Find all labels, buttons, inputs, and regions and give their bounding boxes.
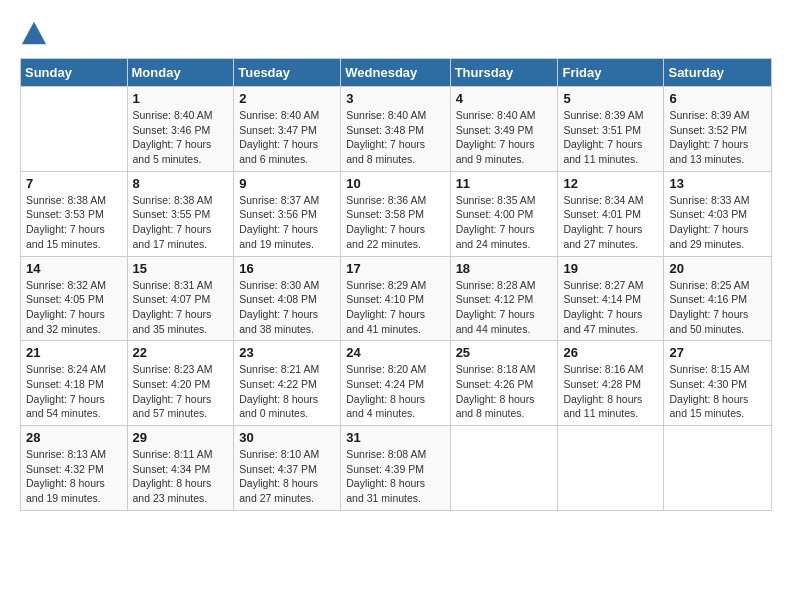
day-number: 21: [26, 345, 122, 360]
day-cell: 20Sunrise: 8:25 AMSunset: 4:16 PMDayligh…: [664, 256, 772, 341]
day-info: Sunrise: 8:39 AMSunset: 3:51 PMDaylight:…: [563, 108, 658, 167]
day-info: Sunrise: 8:37 AMSunset: 3:56 PMDaylight:…: [239, 193, 335, 252]
day-number: 31: [346, 430, 444, 445]
day-number: 10: [346, 176, 444, 191]
day-cell: 7Sunrise: 8:38 AMSunset: 3:53 PMDaylight…: [21, 171, 128, 256]
day-info: Sunrise: 8:32 AMSunset: 4:05 PMDaylight:…: [26, 278, 122, 337]
day-cell: 23Sunrise: 8:21 AMSunset: 4:22 PMDayligh…: [234, 341, 341, 426]
day-number: 13: [669, 176, 766, 191]
day-info: Sunrise: 8:23 AMSunset: 4:20 PMDaylight:…: [133, 362, 229, 421]
day-info: Sunrise: 8:18 AMSunset: 4:26 PMDaylight:…: [456, 362, 553, 421]
day-number: 2: [239, 91, 335, 106]
day-info: Sunrise: 8:35 AMSunset: 4:00 PMDaylight:…: [456, 193, 553, 252]
day-cell: 15Sunrise: 8:31 AMSunset: 4:07 PMDayligh…: [127, 256, 234, 341]
day-number: 22: [133, 345, 229, 360]
day-header-monday: Monday: [127, 59, 234, 87]
day-number: 5: [563, 91, 658, 106]
day-number: 1: [133, 91, 229, 106]
day-info: Sunrise: 8:10 AMSunset: 4:37 PMDaylight:…: [239, 447, 335, 506]
logo: [20, 20, 52, 48]
day-info: Sunrise: 8:33 AMSunset: 4:03 PMDaylight:…: [669, 193, 766, 252]
day-number: 26: [563, 345, 658, 360]
week-row-3: 14Sunrise: 8:32 AMSunset: 4:05 PMDayligh…: [21, 256, 772, 341]
day-number: 9: [239, 176, 335, 191]
day-info: Sunrise: 8:40 AMSunset: 3:46 PMDaylight:…: [133, 108, 229, 167]
day-cell: 26Sunrise: 8:16 AMSunset: 4:28 PMDayligh…: [558, 341, 664, 426]
day-header-wednesday: Wednesday: [341, 59, 450, 87]
day-number: 24: [346, 345, 444, 360]
day-cell: 11Sunrise: 8:35 AMSunset: 4:00 PMDayligh…: [450, 171, 558, 256]
day-number: 14: [26, 261, 122, 276]
day-cell: [21, 87, 128, 172]
day-cell: [664, 426, 772, 511]
day-number: 23: [239, 345, 335, 360]
day-info: Sunrise: 8:13 AMSunset: 4:32 PMDaylight:…: [26, 447, 122, 506]
day-cell: 9Sunrise: 8:37 AMSunset: 3:56 PMDaylight…: [234, 171, 341, 256]
day-info: Sunrise: 8:39 AMSunset: 3:52 PMDaylight:…: [669, 108, 766, 167]
day-info: Sunrise: 8:20 AMSunset: 4:24 PMDaylight:…: [346, 362, 444, 421]
day-number: 3: [346, 91, 444, 106]
day-info: Sunrise: 8:36 AMSunset: 3:58 PMDaylight:…: [346, 193, 444, 252]
day-header-saturday: Saturday: [664, 59, 772, 87]
day-info: Sunrise: 8:38 AMSunset: 3:55 PMDaylight:…: [133, 193, 229, 252]
day-number: 11: [456, 176, 553, 191]
day-cell: 3Sunrise: 8:40 AMSunset: 3:48 PMDaylight…: [341, 87, 450, 172]
day-cell: 4Sunrise: 8:40 AMSunset: 3:49 PMDaylight…: [450, 87, 558, 172]
day-cell: 2Sunrise: 8:40 AMSunset: 3:47 PMDaylight…: [234, 87, 341, 172]
day-cell: [558, 426, 664, 511]
day-number: 4: [456, 91, 553, 106]
day-header-sunday: Sunday: [21, 59, 128, 87]
day-info: Sunrise: 8:24 AMSunset: 4:18 PMDaylight:…: [26, 362, 122, 421]
day-cell: 30Sunrise: 8:10 AMSunset: 4:37 PMDayligh…: [234, 426, 341, 511]
day-info: Sunrise: 8:29 AMSunset: 4:10 PMDaylight:…: [346, 278, 444, 337]
day-cell: 5Sunrise: 8:39 AMSunset: 3:51 PMDaylight…: [558, 87, 664, 172]
day-cell: 1Sunrise: 8:40 AMSunset: 3:46 PMDaylight…: [127, 87, 234, 172]
day-cell: 18Sunrise: 8:28 AMSunset: 4:12 PMDayligh…: [450, 256, 558, 341]
day-info: Sunrise: 8:40 AMSunset: 3:47 PMDaylight:…: [239, 108, 335, 167]
day-number: 15: [133, 261, 229, 276]
week-row-5: 28Sunrise: 8:13 AMSunset: 4:32 PMDayligh…: [21, 426, 772, 511]
day-info: Sunrise: 8:08 AMSunset: 4:39 PMDaylight:…: [346, 447, 444, 506]
day-number: 17: [346, 261, 444, 276]
day-cell: 19Sunrise: 8:27 AMSunset: 4:14 PMDayligh…: [558, 256, 664, 341]
day-number: 28: [26, 430, 122, 445]
day-info: Sunrise: 8:27 AMSunset: 4:14 PMDaylight:…: [563, 278, 658, 337]
week-row-1: 1Sunrise: 8:40 AMSunset: 3:46 PMDaylight…: [21, 87, 772, 172]
day-cell: 12Sunrise: 8:34 AMSunset: 4:01 PMDayligh…: [558, 171, 664, 256]
day-number: 12: [563, 176, 658, 191]
page-header: [20, 20, 772, 48]
day-cell: 17Sunrise: 8:29 AMSunset: 4:10 PMDayligh…: [341, 256, 450, 341]
calendar-table: SundayMondayTuesdayWednesdayThursdayFrid…: [20, 58, 772, 511]
day-header-thursday: Thursday: [450, 59, 558, 87]
day-cell: 24Sunrise: 8:20 AMSunset: 4:24 PMDayligh…: [341, 341, 450, 426]
day-number: 7: [26, 176, 122, 191]
day-number: 16: [239, 261, 335, 276]
week-row-4: 21Sunrise: 8:24 AMSunset: 4:18 PMDayligh…: [21, 341, 772, 426]
day-cell: 28Sunrise: 8:13 AMSunset: 4:32 PMDayligh…: [21, 426, 128, 511]
day-info: Sunrise: 8:38 AMSunset: 3:53 PMDaylight:…: [26, 193, 122, 252]
day-cell: 25Sunrise: 8:18 AMSunset: 4:26 PMDayligh…: [450, 341, 558, 426]
day-cell: 10Sunrise: 8:36 AMSunset: 3:58 PMDayligh…: [341, 171, 450, 256]
day-info: Sunrise: 8:40 AMSunset: 3:48 PMDaylight:…: [346, 108, 444, 167]
day-info: Sunrise: 8:31 AMSunset: 4:07 PMDaylight:…: [133, 278, 229, 337]
svg-marker-0: [22, 22, 46, 44]
day-cell: 22Sunrise: 8:23 AMSunset: 4:20 PMDayligh…: [127, 341, 234, 426]
day-info: Sunrise: 8:28 AMSunset: 4:12 PMDaylight:…: [456, 278, 553, 337]
day-cell: 6Sunrise: 8:39 AMSunset: 3:52 PMDaylight…: [664, 87, 772, 172]
week-row-2: 7Sunrise: 8:38 AMSunset: 3:53 PMDaylight…: [21, 171, 772, 256]
day-cell: [450, 426, 558, 511]
day-number: 27: [669, 345, 766, 360]
day-number: 8: [133, 176, 229, 191]
day-cell: 21Sunrise: 8:24 AMSunset: 4:18 PMDayligh…: [21, 341, 128, 426]
day-info: Sunrise: 8:25 AMSunset: 4:16 PMDaylight:…: [669, 278, 766, 337]
day-cell: 14Sunrise: 8:32 AMSunset: 4:05 PMDayligh…: [21, 256, 128, 341]
header-row: SundayMondayTuesdayWednesdayThursdayFrid…: [21, 59, 772, 87]
day-number: 25: [456, 345, 553, 360]
day-info: Sunrise: 8:15 AMSunset: 4:30 PMDaylight:…: [669, 362, 766, 421]
day-info: Sunrise: 8:40 AMSunset: 3:49 PMDaylight:…: [456, 108, 553, 167]
day-number: 20: [669, 261, 766, 276]
day-number: 30: [239, 430, 335, 445]
day-cell: 13Sunrise: 8:33 AMSunset: 4:03 PMDayligh…: [664, 171, 772, 256]
day-cell: 31Sunrise: 8:08 AMSunset: 4:39 PMDayligh…: [341, 426, 450, 511]
day-info: Sunrise: 8:30 AMSunset: 4:08 PMDaylight:…: [239, 278, 335, 337]
